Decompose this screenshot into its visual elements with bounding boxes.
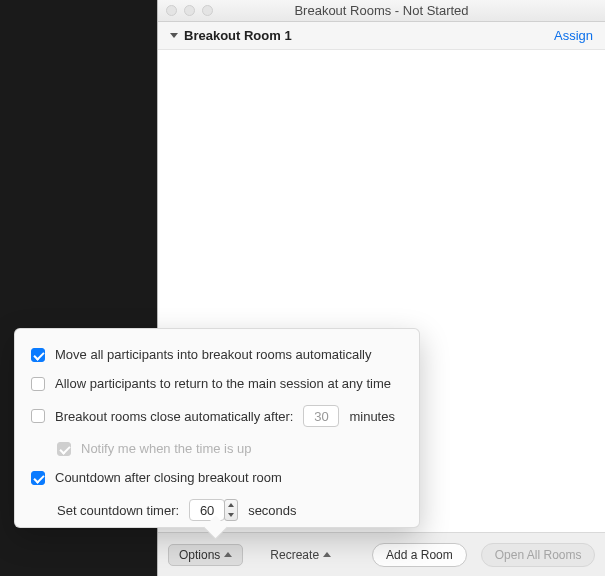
disclosure-triangle-icon[interactable]: [170, 33, 178, 38]
stepper-down-icon[interactable]: [225, 510, 237, 520]
checkbox-countdown[interactable]: [31, 471, 45, 485]
checkbox-notify: [57, 442, 71, 456]
chevron-up-icon: [224, 552, 232, 557]
option-countdown-timer: Set countdown timer: seconds: [31, 499, 403, 521]
recreate-button-label: Recreate: [270, 548, 319, 562]
room-name: Breakout Room 1: [184, 28, 292, 43]
open-all-rooms-button: Open All Rooms: [481, 543, 596, 567]
option-label-after: minutes: [349, 409, 395, 424]
countdown-timer-label-before: Set countdown timer:: [57, 503, 179, 518]
checkbox-move-auto[interactable]: [31, 348, 45, 362]
option-label: Allow participants to return to the main…: [55, 376, 391, 391]
option-countdown[interactable]: Countdown after closing breakout room: [31, 470, 403, 485]
countdown-seconds-input[interactable]: [189, 499, 225, 521]
traffic-lights: [158, 5, 213, 16]
checkbox-auto-close[interactable]: [31, 409, 45, 423]
countdown-timer-label-after: seconds: [248, 503, 296, 518]
open-all-rooms-label: Open All Rooms: [495, 548, 582, 562]
option-label: Breakout rooms close automatically after…: [55, 409, 293, 424]
assign-link[interactable]: Assign: [554, 28, 593, 43]
add-room-button[interactable]: Add a Room: [372, 543, 467, 567]
options-button-label: Options: [179, 548, 220, 562]
option-label: Notify me when the time is up: [81, 441, 252, 456]
close-window-button[interactable]: [166, 5, 177, 16]
stepper-up-icon[interactable]: [225, 500, 237, 510]
auto-close-minutes-input[interactable]: [303, 405, 339, 427]
recreate-button[interactable]: Recreate: [257, 543, 344, 567]
option-move-auto[interactable]: Move all participants into breakout room…: [31, 347, 403, 362]
titlebar: Breakout Rooms - Not Started: [158, 0, 605, 22]
option-allow-return[interactable]: Allow participants to return to the main…: [31, 376, 403, 391]
option-label: Countdown after closing breakout room: [55, 470, 282, 485]
option-notify: Notify me when the time is up: [31, 441, 403, 456]
options-button[interactable]: Options: [168, 544, 243, 566]
room-header-left[interactable]: Breakout Room 1: [170, 28, 292, 43]
add-room-button-label: Add a Room: [386, 548, 453, 562]
zoom-window-button[interactable]: [202, 5, 213, 16]
countdown-stepper[interactable]: [224, 499, 238, 521]
window-title: Breakout Rooms - Not Started: [158, 3, 605, 18]
footer: Options Recreate Add a Room Open All Roo…: [158, 532, 605, 576]
option-auto-close[interactable]: Breakout rooms close automatically after…: [31, 405, 403, 427]
room-header: Breakout Room 1 Assign: [158, 22, 605, 50]
option-label: Move all participants into breakout room…: [55, 347, 371, 362]
minimize-window-button[interactable]: [184, 5, 195, 16]
chevron-up-icon: [323, 552, 331, 557]
options-popover: Move all participants into breakout room…: [14, 328, 420, 528]
checkbox-allow-return[interactable]: [31, 377, 45, 391]
